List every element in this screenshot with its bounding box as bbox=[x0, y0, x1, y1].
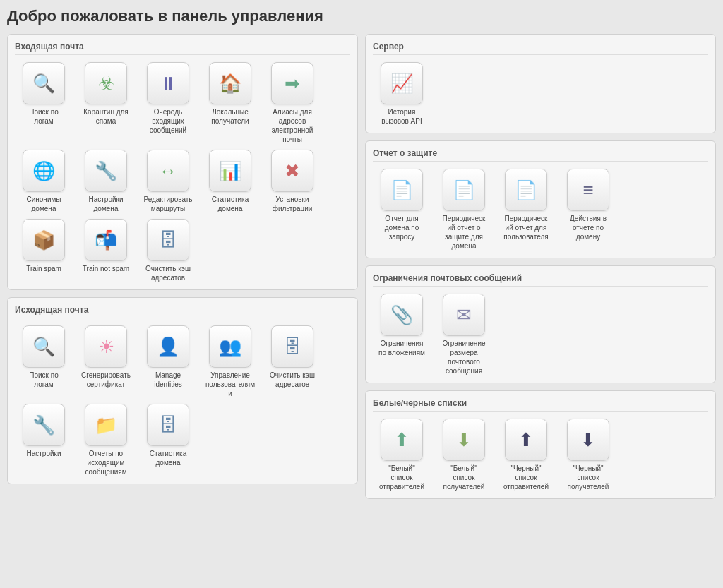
white-senders-label: "Белый" список отправителей bbox=[379, 464, 424, 491]
gen-cert[interactable]: ☀Сгенерировать сертификат bbox=[77, 325, 135, 398]
size-limit[interactable]: ✉Ограничение размера почтового сообщения bbox=[435, 294, 493, 376]
train-not-spam[interactable]: 📬Train not spam bbox=[77, 219, 135, 282]
aliases-label: Алиасы для адресов электронной почты bbox=[272, 107, 313, 144]
panel-outgoing: Исходящая почта 🔍Поиск по логам☀Сгенерир… bbox=[7, 297, 358, 484]
filter-settings[interactable]: ✖Установки фильтрации bbox=[263, 150, 321, 213]
size-limit-label: Ограничение размера почтового сообщения bbox=[442, 339, 485, 376]
search-logs-out-label: Поиск по логам bbox=[29, 371, 58, 389]
attachment-limits-label: Ограничения по вложениям bbox=[378, 339, 425, 357]
local-recipients-label: Локальные получатели bbox=[211, 107, 249, 126]
spam-quarantine[interactable]: ☣Карантин для спама bbox=[77, 62, 135, 144]
edit-routes[interactable]: ↔Редактировать маршруты bbox=[139, 150, 197, 213]
left-column: Входящая почта 🔍Поиск по логам☣Карантин … bbox=[7, 34, 358, 499]
actions-domain[interactable]: ≡Действия в отчете по домену bbox=[559, 169, 617, 251]
domain-synonyms[interactable]: 🌐Синонимы домена bbox=[15, 150, 73, 213]
panel-lists-title: Белые/черные списки bbox=[373, 398, 708, 412]
incoming-grid: 🔍Поиск по логам☣Карантин для спама⏸Очере… bbox=[15, 62, 350, 282]
filter-settings-label: Установки фильтрации bbox=[273, 195, 313, 213]
attachment-limits[interactable]: 📎Ограничения по вложениям bbox=[373, 294, 431, 376]
server-grid: 📈История вызовов API bbox=[373, 62, 708, 126]
local-recipients[interactable]: 🏠Локальные получатели bbox=[201, 62, 259, 144]
page-title: Добро пожаловать в панель управления bbox=[7, 7, 716, 25]
periodic-domain[interactable]: 📄Периодическ ий отчет о защите для домен… bbox=[435, 169, 493, 251]
domain-stats-label: Статистика домена bbox=[212, 195, 249, 213]
search-logs-out[interactable]: 🔍Поиск по логам bbox=[15, 325, 73, 398]
domain-stats-out-label: Статистика домена bbox=[150, 449, 187, 467]
edit-routes-label: Редактировать маршруты bbox=[143, 195, 192, 213]
domain-synonyms-label: Синонимы домена bbox=[26, 195, 61, 213]
maillimits-grid: 📎Ограничения по вложениям✉Ограничение ра… bbox=[373, 294, 708, 376]
black-senders-label: "Черный" список отправителей bbox=[503, 464, 549, 491]
out-reports[interactable]: 📁Отчеты по исходящим сообщениям bbox=[77, 404, 135, 476]
domain-stats[interactable]: 📊Статистика домена bbox=[201, 150, 259, 213]
api-history[interactable]: 📈История вызовов API bbox=[373, 62, 431, 126]
main-layout: Входящая почта 🔍Поиск по логам☣Карантин … bbox=[7, 34, 716, 499]
manage-id[interactable]: 👤Manage identities bbox=[139, 325, 197, 398]
panel-incoming-title: Входящая почта bbox=[15, 42, 350, 55]
train-spam[interactable]: 📦Train spam bbox=[15, 219, 73, 282]
panel-incoming: Входящая почта 🔍Поиск по логам☣Карантин … bbox=[7, 34, 358, 290]
user-mgmt[interactable]: 👥Управление пользователям и bbox=[201, 325, 259, 398]
lists-grid: ⬆"Белый" список отправителей⬇"Белый" спи… bbox=[373, 419, 708, 491]
train-not-spam-label: Train not spam bbox=[83, 264, 129, 273]
aliases[interactable]: ➡Алиасы для адресов электронной почты bbox=[263, 62, 321, 144]
domain-settings-label: Настройки домена bbox=[88, 195, 123, 213]
periodic-user[interactable]: 📄Периодическ ий отчет для пользователя bbox=[497, 169, 555, 251]
settings-out[interactable]: 🔧Настройки bbox=[15, 404, 73, 476]
spam-quarantine-label: Карантин для спама bbox=[83, 107, 129, 126]
search-logs-in[interactable]: 🔍Поиск по логам bbox=[15, 62, 73, 144]
domain-report-label: Отчет для домена по запросу bbox=[385, 214, 419, 241]
search-logs-in-label: Поиск по логам bbox=[29, 107, 58, 126]
clean-cache-label: Очистить кэш адресатов bbox=[145, 264, 191, 282]
white-recipients-label: "Белый" список получателей bbox=[443, 464, 485, 491]
actions-domain-label: Действия в отчете по домену bbox=[570, 214, 607, 241]
protection-grid: 📄Отчет для домена по запросу📄Периодическ… bbox=[373, 169, 708, 251]
settings-out-label: Настройки bbox=[26, 449, 61, 458]
domain-settings[interactable]: 🔧Настройки домена bbox=[77, 150, 135, 213]
msg-queue[interactable]: ⏸Очередь входящих сообщений bbox=[139, 62, 197, 144]
panel-mail-limits-title: Ограничения почтовых сообщений bbox=[373, 273, 708, 287]
black-recipients[interactable]: ⬇"Черный" список получателей bbox=[559, 419, 617, 491]
clean-cache-out-label: Очистить кэш адресатов bbox=[270, 371, 315, 389]
panel-outgoing-title: Исходящая почта bbox=[15, 305, 350, 318]
gen-cert-label: Сгенерировать сертификат bbox=[81, 371, 131, 389]
user-mgmt-label: Управление пользователям и bbox=[205, 371, 255, 398]
right-column: Сервер 📈История вызовов API Отчет о защи… bbox=[365, 34, 716, 499]
panel-server-title: Сервер bbox=[373, 42, 708, 55]
panel-mail-limits: Ограничения почтовых сообщений 📎Ограниче… bbox=[365, 265, 716, 383]
panel-server: Сервер 📈История вызовов API bbox=[365, 34, 716, 133]
msg-queue-label: Очередь входящих сообщений bbox=[150, 107, 186, 135]
black-recipients-label: "Черный" список получателей bbox=[568, 464, 609, 491]
panel-lists: Белые/черные списки ⬆"Белый" список отпр… bbox=[365, 390, 716, 499]
periodic-user-label: Периодическ ий отчет для пользователя bbox=[503, 214, 548, 241]
domain-stats-out[interactable]: 🗄Статистика домена bbox=[139, 404, 197, 476]
periodic-domain-label: Периодическ ий отчет о защите для домена bbox=[443, 214, 486, 251]
panel-protection: Отчет о защите 📄Отчет для домена по запр… bbox=[365, 140, 716, 258]
train-spam-label: Train spam bbox=[26, 264, 61, 273]
clean-cache[interactable]: 🗄Очистить кэш адресатов bbox=[139, 219, 197, 282]
clean-cache-out[interactable]: 🗄Очистить кэш адресатов bbox=[263, 325, 321, 398]
manage-id-label: Manage identities bbox=[154, 371, 181, 389]
outgoing-grid: 🔍Поиск по логам☀Сгенерировать сертификат… bbox=[15, 325, 350, 476]
panel-protection-title: Отчет о защите bbox=[373, 148, 708, 162]
white-senders[interactable]: ⬆"Белый" список отправителей bbox=[373, 419, 431, 491]
domain-report[interactable]: 📄Отчет для домена по запросу bbox=[373, 169, 431, 251]
api-history-label: История вызовов API bbox=[381, 107, 422, 126]
white-recipients[interactable]: ⬇"Белый" список получателей bbox=[435, 419, 493, 491]
out-reports-label: Отчеты по исходящим сообщениям bbox=[85, 449, 126, 476]
black-senders[interactable]: ⬆"Черный" список отправителей bbox=[497, 419, 555, 491]
